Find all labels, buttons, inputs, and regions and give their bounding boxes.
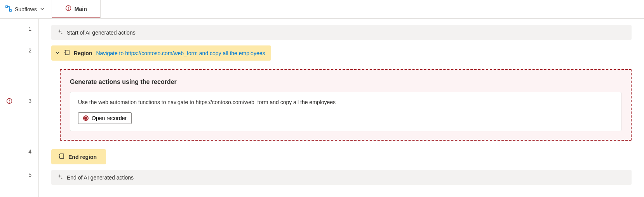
recorder-placeholder: Generate actions using the recorder Use … bbox=[60, 69, 632, 141]
svg-rect-0 bbox=[6, 6, 7, 7]
end-region-label: End region bbox=[68, 154, 97, 160]
flow-rows: Start of AI generated actions Region Nav… bbox=[39, 19, 644, 197]
line-number: 1 bbox=[28, 26, 31, 32]
action-end-comment[interactable]: End of AI generated actions bbox=[51, 170, 632, 185]
recorder-description: Use the web automation functions to navi… bbox=[78, 99, 613, 105]
subflows-dropdown[interactable]: Subflows bbox=[0, 0, 52, 18]
svg-point-5 bbox=[9, 102, 9, 103]
tab-bar: Subflows Main bbox=[0, 0, 644, 19]
tab-main[interactable]: Main bbox=[52, 0, 101, 18]
action-start-comment[interactable]: Start of AI generated actions bbox=[51, 25, 632, 40]
line-gutter: 1 2 3 4 5 bbox=[0, 19, 39, 197]
record-icon bbox=[83, 115, 89, 121]
line-number: 4 bbox=[28, 148, 31, 155]
region-icon bbox=[58, 153, 64, 160]
line-number: 3 bbox=[28, 98, 31, 104]
region-icon bbox=[64, 49, 70, 57]
open-recorder-button[interactable]: Open recorder bbox=[78, 112, 132, 124]
chevron-down-icon bbox=[55, 50, 60, 56]
error-icon bbox=[65, 5, 71, 12]
open-recorder-label: Open recorder bbox=[92, 115, 127, 121]
region-header[interactable]: Region Navigate to https://contoso.com/w… bbox=[51, 45, 271, 61]
subflows-label: Subflows bbox=[15, 6, 37, 12]
region-link[interactable]: Navigate to https://contoso.com/web_form… bbox=[96, 50, 265, 56]
error-icon bbox=[6, 98, 12, 105]
svg-rect-7 bbox=[60, 154, 64, 159]
svg-rect-1 bbox=[10, 10, 11, 11]
recorder-card: Use the web automation functions to navi… bbox=[70, 92, 621, 131]
action-text: End of AI generated actions bbox=[67, 174, 134, 181]
sparkle-icon bbox=[57, 29, 63, 36]
line-number: 2 bbox=[28, 47, 31, 54]
line-number: 5 bbox=[28, 172, 31, 178]
subflows-icon bbox=[5, 5, 12, 13]
chevron-down-icon bbox=[40, 6, 45, 12]
sparkle-icon bbox=[57, 174, 63, 181]
end-region[interactable]: End region bbox=[51, 149, 106, 164]
action-text: Start of AI generated actions bbox=[67, 30, 136, 36]
svg-rect-6 bbox=[65, 50, 69, 55]
region-label: Region bbox=[74, 50, 92, 56]
svg-point-3 bbox=[68, 9, 68, 10]
recorder-title: Generate actions using the recorder bbox=[70, 78, 621, 85]
tab-main-label: Main bbox=[75, 6, 87, 12]
workspace: 1 2 3 4 5 Start of AI generated actions bbox=[0, 19, 644, 197]
